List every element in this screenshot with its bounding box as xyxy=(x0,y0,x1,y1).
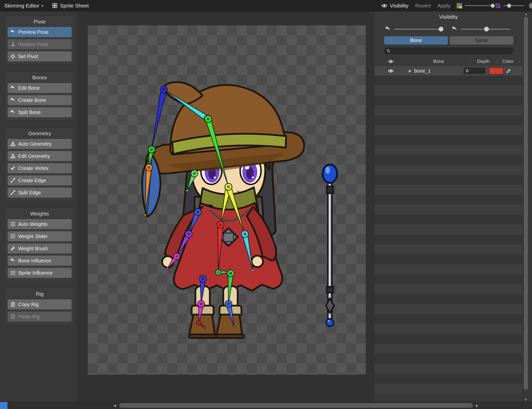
slider-knob[interactable] xyxy=(484,27,489,32)
staff-sprite xyxy=(323,164,337,326)
canvas-region xyxy=(77,11,374,402)
copy-rig-button[interactable]: Copy Rig xyxy=(8,299,72,309)
overlay-color-button[interactable] xyxy=(454,0,465,11)
button-label: Create Bone xyxy=(18,97,46,103)
sprite-sheet-toggle[interactable]: Sprite Sheet xyxy=(48,0,93,11)
skinning-editor-label: Skinning Editor xyxy=(4,3,39,9)
button-label: Create Vertex xyxy=(18,165,48,171)
depth-field[interactable]: 0 xyxy=(464,68,486,74)
bone-hat-tip[interactable] xyxy=(151,86,168,150)
revert-label: Revert xyxy=(415,3,431,9)
eyedropper-icon[interactable] xyxy=(506,68,511,74)
sprite-canvas[interactable] xyxy=(88,25,366,375)
split-bone-button[interactable]: Split Bone xyxy=(8,107,72,117)
rig-group: Rig Copy Rig Paste Rig xyxy=(5,288,75,325)
edit-bone-button[interactable]: Edit Bone xyxy=(8,83,72,93)
group-title-rig: Rig xyxy=(8,291,72,297)
bone-color-swatch[interactable] xyxy=(489,68,503,74)
group-title-bones: Bones xyxy=(8,75,72,81)
column-header-depth[interactable]: Depth xyxy=(470,59,496,64)
copy-rig-icon xyxy=(10,302,16,307)
paste-rig-button[interactable]: Paste Rig xyxy=(8,312,72,322)
auto-weights-button[interactable]: Auto Weights xyxy=(8,219,72,229)
bone-search-input[interactable] xyxy=(392,48,511,54)
sprite-layer xyxy=(88,25,366,375)
vertical-scroll-thumb[interactable] xyxy=(524,17,528,390)
button-label: Split Edge xyxy=(18,190,41,196)
bone-opacity-slider[interactable] xyxy=(394,29,441,30)
button-label: Preview Pose xyxy=(18,29,48,35)
visibility-label: Visibility xyxy=(390,3,408,9)
create-edge-icon xyxy=(10,178,16,183)
apply-button[interactable]: Apply xyxy=(434,0,454,11)
button-label: Set Pivot xyxy=(18,54,38,59)
button-label: Auto Weights xyxy=(18,221,48,227)
restore-pose-button[interactable]: Restore Pose xyxy=(8,39,72,49)
create-bone-button[interactable]: Create Bone xyxy=(8,95,72,105)
split-edge-button[interactable]: Split Edge xyxy=(8,188,72,198)
column-header-bone[interactable]: Bone xyxy=(407,59,470,64)
horizontal-scrollbar[interactable]: ◀ ▶ xyxy=(0,402,532,409)
slider-knob[interactable] xyxy=(439,27,443,32)
pose-group: Pose Preview Pose Restore Pose Set Pivot xyxy=(5,15,75,65)
scroll-left-icon[interactable]: ◀ xyxy=(113,402,116,409)
create-vertex-icon xyxy=(10,165,16,171)
scroll-up-icon[interactable]: ▲ xyxy=(523,12,529,16)
horizontal-scroll-thumb[interactable] xyxy=(119,403,473,408)
bone-opacity-icon xyxy=(385,26,391,32)
visibility-tabs: Bone Sprite xyxy=(384,36,513,44)
activity-indicator xyxy=(0,402,7,409)
clipped-toolbar-icon[interactable] xyxy=(529,3,532,9)
texture-opacity-slider[interactable] xyxy=(503,5,524,6)
vertical-scrollbar[interactable]: ▲ ▼ xyxy=(523,11,529,402)
mesh-opacity-icon xyxy=(451,26,458,32)
tab-label: Sprite xyxy=(475,38,488,43)
paste-rig-icon xyxy=(10,314,16,319)
sprite-influence-button[interactable]: Sprite Influence xyxy=(8,268,72,278)
slider-knob[interactable] xyxy=(507,4,511,8)
create-edge-button[interactable]: Create Edge xyxy=(8,175,72,185)
texture-icon xyxy=(495,3,501,8)
visibility-panel-title: Visibility xyxy=(374,14,523,20)
column-header-color[interactable]: Color xyxy=(496,59,519,64)
create-bone-icon xyxy=(10,97,16,103)
bone-search-box xyxy=(384,47,513,54)
scroll-right-icon[interactable]: ▶ xyxy=(476,402,479,409)
tab-bone[interactable]: Bone xyxy=(384,36,448,44)
bone-table-row[interactable]: ▶ bone_1 0 xyxy=(374,66,523,76)
eye-icon xyxy=(388,69,394,73)
skinning-editor-menu[interactable]: Skinning Editor ▾ xyxy=(0,0,47,11)
weight-brush-button[interactable]: Weight Brush xyxy=(8,244,72,253)
weight-slider-button[interactable]: Weight Slider xyxy=(8,231,72,241)
create-vertex-button[interactable]: Create Vertex xyxy=(8,163,72,173)
split-edge-icon xyxy=(10,190,16,195)
geometry-group: Geometry Auto Geometry Edit Geometry Cre… xyxy=(5,127,75,201)
apply-label: Apply xyxy=(437,3,450,9)
visibility-toggle-button[interactable]: Visibility xyxy=(378,0,412,11)
expand-caret-icon[interactable]: ▶ xyxy=(407,69,413,73)
mesh-opacity-slider[interactable] xyxy=(461,29,510,30)
tab-label: Bone xyxy=(410,38,422,43)
scroll-down-icon[interactable]: ▼ xyxy=(523,397,529,402)
set-pivot-icon xyxy=(10,54,16,59)
sprite-sheet-label: Sprite Sheet xyxy=(60,3,89,9)
search-icon xyxy=(387,49,390,53)
visibility-panel: Visibility Bone Sprite Bone Depth Color xyxy=(374,11,523,393)
tab-sprite[interactable]: Sprite xyxy=(450,36,513,44)
preview-pose-button[interactable]: Preview Pose xyxy=(8,27,72,37)
split-bone-icon xyxy=(10,110,16,115)
sprite-influence-icon xyxy=(10,270,16,276)
row-visibility-togg le[interactable] xyxy=(374,69,407,73)
bone-influence-button[interactable]: Bone Influence xyxy=(8,256,72,266)
overlay-opacity-slider[interactable] xyxy=(465,5,493,6)
weight-slider-icon xyxy=(10,234,16,239)
auto-geometry-button[interactable]: Auto Geometry xyxy=(8,139,72,149)
button-label: Auto Geometry xyxy=(18,141,52,147)
visibility-column-eye-icon xyxy=(388,59,394,64)
edit-geometry-button[interactable]: Edit Geometry xyxy=(8,151,72,161)
set-pivot-button[interactable]: Set Pivot xyxy=(8,51,72,61)
slider-knob[interactable] xyxy=(491,4,495,8)
revert-button[interactable]: Revert xyxy=(412,0,434,11)
button-label: Edit Geometry xyxy=(18,153,50,159)
weight-brush-icon xyxy=(10,246,16,251)
